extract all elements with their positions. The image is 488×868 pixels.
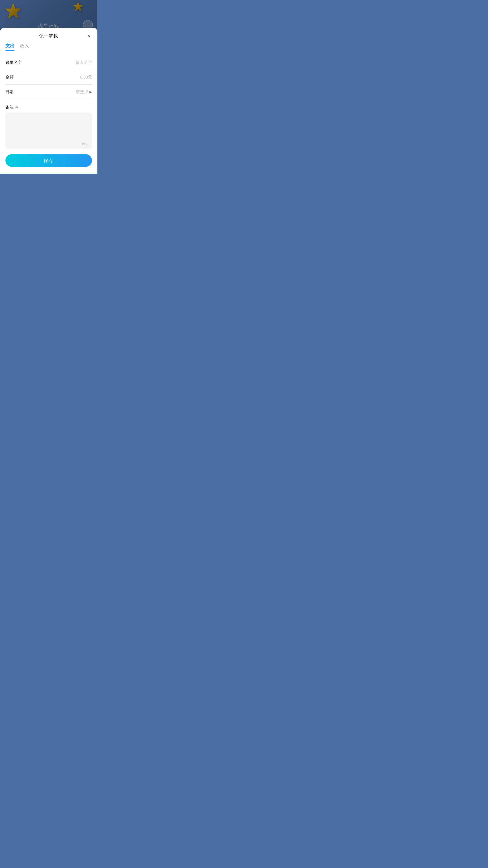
date-placeholder: 请选择 (76, 89, 88, 95)
amount-row[interactable]: 金额 0.00元 (5, 70, 92, 85)
remark-label: 备注 (5, 104, 13, 110)
date-label: 日期 (5, 89, 13, 95)
tab-income[interactable]: 收入 (20, 43, 29, 51)
name-row[interactable]: 账单名字 输入名字 (5, 55, 92, 70)
remark-label-row: 备注 ✏ (5, 100, 92, 113)
tab-expense[interactable]: 支出 (5, 43, 15, 51)
save-button[interactable]: 保存 (5, 154, 92, 167)
save-button-wrapper: 保存 (0, 149, 97, 167)
amount-label: 金额 (5, 74, 13, 80)
modal: 记一笔帐 × 支出 收入 账单名字 输入名字 金额 0.00元 (0, 28, 97, 174)
form-section: 账单名字 输入名字 金额 0.00元 日期 请选择 ▶ (0, 55, 97, 99)
name-input[interactable]: 输入名字 (76, 60, 92, 65)
date-row[interactable]: 日期 请选择 ▶ (5, 85, 92, 99)
tab-bar: 支出 收入 (0, 43, 97, 51)
amount-input[interactable]: 0.00元 (80, 74, 92, 80)
remark-textarea-wrapper: 0/60 (5, 113, 92, 149)
date-value-row: 请选择 ▶ (76, 89, 92, 95)
remark-textarea[interactable] (9, 116, 88, 143)
modal-title: 记一笔帐 (39, 33, 58, 39)
edit-icon[interactable]: ✏ (16, 105, 18, 110)
name-label: 账单名字 (5, 60, 22, 65)
remark-section: 备注 ✏ 0/60 (0, 100, 97, 149)
char-count: 0/60 (82, 143, 88, 146)
date-arrow-icon: ▶ (89, 90, 92, 94)
modal-overlay: 记一笔帐 × 支出 收入 账单名字 输入名字 金额 0.00元 (0, 0, 97, 174)
modal-header: 记一笔帐 × (0, 28, 97, 43)
close-button[interactable]: × (86, 33, 93, 40)
